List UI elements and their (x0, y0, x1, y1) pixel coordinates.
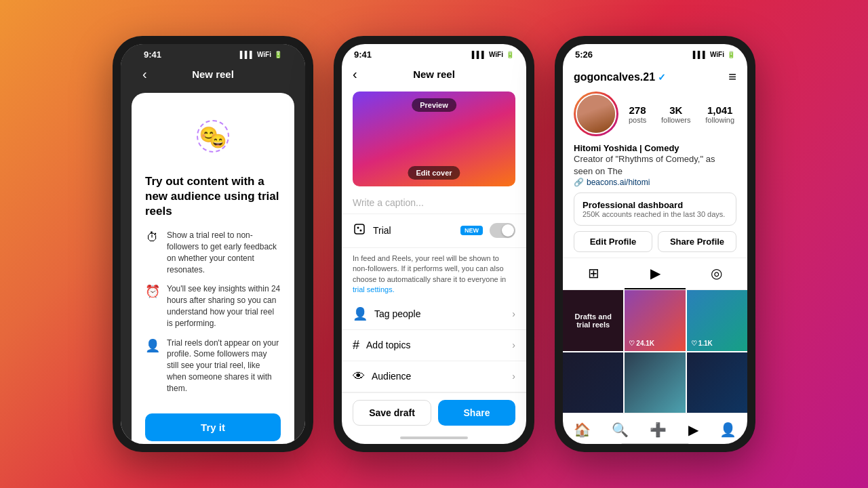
feature-text-2: You'll see key insights within 24 hours … (167, 283, 281, 329)
profile-info-row: 278 posts 3K followers 1,041 following (574, 92, 736, 136)
tag-people-icon: 👤 (353, 306, 368, 321)
feature-text-3: Trial reels don't appear on your profile… (167, 338, 281, 394)
nav-bar-2: ‹ New reel (342, 62, 526, 86)
heart-icon-2: ♡ (629, 340, 635, 347)
link-icon: 🔗 (574, 178, 584, 187)
modal-title: Try out content with a new audience usin… (145, 174, 281, 219)
bio-link[interactable]: 🔗 beacons.ai/hitomi (574, 178, 736, 187)
trial-icon (353, 222, 366, 239)
nav-bar-1: ‹ New reel (132, 62, 294, 86)
share-profile-button[interactable]: Share Profile (658, 231, 736, 252)
tag-people-label: Tag people (374, 308, 505, 319)
share-button[interactable]: Share (438, 400, 515, 426)
wifi-icon-3: WiFi (710, 51, 724, 58)
profile-username: gogoncalves.21 ✓ (574, 71, 666, 83)
chevron-tag-icon: › (512, 308, 515, 319)
search-nav-icon[interactable]: 🔍 (605, 419, 635, 441)
followers-count: 3K (669, 104, 682, 116)
bio-line1: Creator of "Rhythms of Comedy," as seen … (574, 153, 736, 178)
tab-reels[interactable]: ▶ (625, 258, 686, 289)
audience-option[interactable]: 👁 Audience › (342, 361, 526, 392)
status-bar-2: 9:41 ▌▌▌ WiFi 🔋 (342, 44, 526, 62)
back-button-2[interactable]: ‹ (353, 66, 357, 82)
grid-stats-3: ♡ 1.1K (691, 340, 713, 347)
trial-toggle[interactable] (490, 223, 515, 238)
trial-icon-1: ⏱ (145, 230, 160, 245)
edit-profile-button[interactable]: Edit Profile (574, 231, 652, 252)
menu-icon[interactable]: ≡ (728, 69, 736, 85)
drafts-label: Drafts andtrial reels (563, 290, 623, 350)
add-topics-option[interactable]: # Add topics › (342, 330, 526, 361)
grid-item-4[interactable] (563, 352, 623, 413)
bottom-actions: Save draft Share (342, 392, 526, 432)
grid-item-1[interactable]: Drafts andtrial reels (563, 290, 623, 350)
grid-stats-2: ♡ 24.1K (629, 340, 654, 347)
trial-label: Trial (373, 225, 450, 236)
caption-input[interactable]: Write a caption... (342, 192, 526, 214)
feature-text-1: Show a trial reel to non-followers to ge… (167, 230, 281, 275)
tag-people-option[interactable]: 👤 Tag people › (342, 298, 526, 330)
grid-item-3[interactable]: ♡ 1.1K (687, 290, 747, 350)
home-nav-icon[interactable]: 🏠 (567, 419, 597, 441)
back-button-1[interactable]: ‹ (142, 66, 147, 82)
followers-label: followers (661, 116, 690, 124)
profile-nav-icon[interactable]: 👤 (713, 419, 743, 441)
profile-top-row: gogoncalves.21 ✓ ≡ (574, 69, 736, 85)
reels-icon: ▶ (650, 265, 660, 281)
video-preview: Preview Edit cover (353, 92, 515, 186)
edit-cover-badge[interactable]: Edit cover (408, 166, 460, 180)
signal-icon-2: ▌▌▌ (472, 51, 486, 58)
svg-rect-0 (355, 224, 364, 234)
audience-icon: 👁 (353, 369, 365, 384)
grid-item-2[interactable]: ♡ 24.1K (625, 290, 685, 350)
posts-label: posts (629, 116, 646, 124)
add-topics-icon: # (353, 338, 359, 352)
feature-item-1: ⏱ Show a trial reel to non-followers to … (145, 230, 281, 275)
home-indicator-3 (563, 443, 747, 444)
chevron-topics-icon: › (512, 340, 515, 350)
reels-nav-icon[interactable]: ▶ (682, 419, 705, 441)
feature-item-2: ⏰ You'll see key insights within 24 hour… (145, 283, 281, 329)
grid-icon: ⊞ (588, 265, 599, 281)
tab-tagged[interactable]: ◎ (686, 258, 747, 289)
following-label: following (705, 116, 734, 124)
professional-dashboard-card[interactable]: Professional dashboard 250K accounts rea… (574, 192, 736, 226)
profile-icon-3: 👤 (145, 338, 160, 353)
home-indicator-2 (342, 432, 526, 445)
signal-icon-3: ▌▌▌ (693, 51, 707, 58)
new-badge: NEW (460, 226, 483, 235)
trial-settings-link[interactable]: trial settings. (353, 285, 395, 293)
posts-count: 278 (629, 104, 646, 116)
tab-grid[interactable]: ⊞ (563, 258, 625, 289)
trial-option: Trial NEW (342, 214, 526, 248)
try-it-button[interactable]: Try it (145, 413, 281, 441)
svg-point-1 (357, 226, 359, 228)
status-time-2: 9:41 (354, 49, 372, 60)
trial-reels-modal: ▶ 😊 😄 Try out content with a new audienc… (132, 93, 294, 444)
status-time-3: 5:26 (575, 49, 593, 60)
grid-item-6[interactable] (687, 352, 747, 413)
bio-section: Hitomi Yoshida | Comedy Creator of "Rhyt… (563, 143, 747, 192)
signal-icon-1: ▌▌▌ (240, 51, 254, 58)
avatar-container (574, 92, 618, 136)
wifi-icon-2: WiFi (489, 51, 503, 58)
modal-illustration: ▶ 😊 😄 (145, 109, 281, 163)
status-bar-1: 9:41 ▌▌▌ WiFi 🔋 (132, 44, 294, 62)
avatar (576, 94, 616, 134)
feature-item-3: 👤 Trial reels don't appear on your profi… (145, 338, 281, 394)
save-draft-button[interactable]: Save draft (353, 400, 431, 426)
grid-item-5[interactable] (625, 352, 685, 413)
bio-name: Hitomi Yoshida | Comedy (574, 143, 736, 153)
status-icons-3: ▌▌▌ WiFi 🔋 (693, 51, 735, 58)
tagged-icon: ◎ (711, 265, 722, 281)
phone-2: 9:41 ▌▌▌ WiFi 🔋 ‹ New reel Preview Edit … (334, 36, 534, 452)
dashboard-subtitle: 250K accounts reached in the last 30 day… (583, 210, 728, 218)
phone-1: 9:41 ▌▌▌ WiFi 🔋 ‹ New reel ▶ (113, 36, 313, 452)
status-icons-1: ▌▌▌ WiFi 🔋 (240, 51, 282, 58)
create-nav-icon[interactable]: ➕ (643, 419, 673, 441)
nav-title-1: New reel (192, 68, 234, 80)
following-count: 1,041 (707, 104, 733, 116)
following-stat[interactable]: 1,041 following (705, 104, 734, 124)
trial-description: In feed and Reels, your reel will be sho… (342, 248, 526, 298)
followers-stat[interactable]: 3K followers (661, 104, 690, 124)
